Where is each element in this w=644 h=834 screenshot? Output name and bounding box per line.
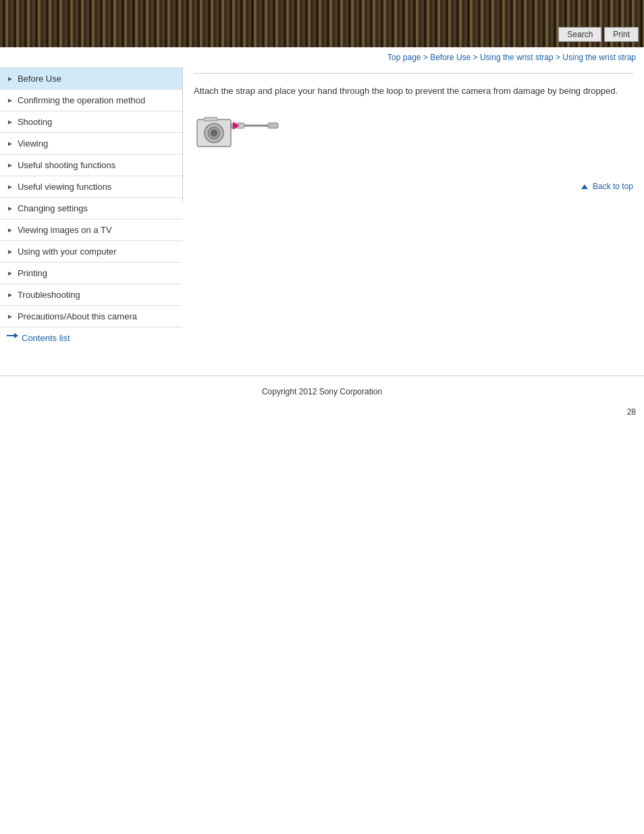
svg-rect-4 (204, 118, 217, 121)
arrow-icon-useful-shooting: ► (7, 161, 14, 169)
arrow-icon-before-use: ► (7, 75, 14, 82)
sidebar-label-precautions: Precautions/About this camera (18, 311, 176, 321)
breadcrumb-sep-1: > (423, 53, 430, 62)
sidebar-item-viewing-tv[interactable]: ► Viewing images on a TV (0, 219, 182, 241)
triangle-icon (581, 184, 588, 189)
sidebar-label-useful-shooting: Useful shooting functions (18, 160, 176, 170)
sidebar-label-confirming: Confirming the operation method (18, 95, 176, 105)
breadcrumb-using-wrist-strap[interactable]: Using the wrist strap (480, 53, 554, 62)
page-number: 28 (0, 402, 644, 422)
sidebar-label-changing-settings: Changing settings (18, 203, 176, 213)
sidebar-label-troubleshooting: Troubleshooting (18, 290, 176, 300)
contents-list-label: Contents list (22, 333, 70, 343)
svg-rect-9 (268, 123, 278, 128)
sidebar-label-before-use: Before Use (18, 74, 176, 84)
sidebar-item-useful-shooting[interactable]: ► Useful shooting functions (0, 155, 182, 176)
sidebar-item-viewing[interactable]: ► Viewing (0, 133, 182, 155)
content-description: Attach the strap and place your hand thr… (194, 84, 633, 99)
back-to-top-label: Back to top (593, 182, 633, 191)
sidebar-label-using-computer: Using with your computer (18, 246, 176, 257)
content-area: Attach the strap and place your hand thr… (182, 68, 644, 202)
arrow-icon-precautions: ► (7, 313, 14, 320)
arrow-icon-using-computer: ► (7, 248, 14, 255)
arrow-icon-printing: ► (7, 269, 14, 277)
sidebar-item-before-use[interactable]: ► Before Use (0, 68, 182, 90)
breadcrumb-sep-2: > (473, 53, 480, 62)
sidebar-item-using-computer[interactable]: ► Using with your computer (0, 241, 182, 263)
sidebar-item-useful-viewing[interactable]: ► Useful viewing functions (0, 176, 182, 198)
sidebar-label-shooting: Shooting (18, 117, 176, 127)
sidebar-label-viewing-tv: Viewing images on a TV (18, 225, 176, 235)
sidebar-label-printing: Printing (18, 268, 176, 278)
arrow-icon-confirming: ► (7, 97, 14, 104)
sidebar-item-precautions[interactable]: ► Precautions/About this camera (0, 306, 182, 328)
breadcrumb: Top page > Before Use > Using the wrist … (0, 47, 644, 68)
sidebar-item-confirming[interactable]: ► Confirming the operation method (0, 90, 182, 111)
arrow-icon-viewing-tv: ► (7, 226, 14, 234)
sidebar-label-useful-viewing: Useful viewing functions (18, 182, 176, 192)
sidebar: ► Before Use ► Confirming the operation … (0, 68, 182, 348)
sidebar-item-printing[interactable]: ► Printing (0, 263, 182, 284)
content-divider (194, 73, 633, 74)
strap-illustration (194, 109, 633, 176)
footer-divider (0, 375, 644, 376)
main-layout: ► Before Use ► Confirming the operation … (0, 68, 644, 348)
arrow-icon-useful-viewing: ► (7, 183, 14, 190)
sidebar-item-changing-settings[interactable]: ► Changing settings (0, 198, 182, 219)
sidebar-item-troubleshooting[interactable]: ► Troubleshooting (0, 284, 182, 306)
print-button[interactable]: Print (604, 27, 639, 42)
header-buttons: Search Print (558, 27, 639, 42)
breadcrumb-before-use[interactable]: Before Use (430, 53, 471, 62)
contents-list-link[interactable]: Contents list (0, 328, 182, 348)
sidebar-item-shooting[interactable]: ► Shooting (0, 111, 182, 133)
arrow-right-icon (7, 335, 18, 342)
back-to-top-link[interactable]: Back to top (581, 182, 633, 191)
svg-point-3 (211, 130, 217, 136)
breadcrumb-using-wrist-strap-current[interactable]: Using the wrist strap (562, 53, 636, 62)
footer-copyright: Copyright 2012 Sony Corporation (0, 382, 644, 402)
back-to-top[interactable]: Back to top (194, 182, 633, 191)
arrow-icon-viewing: ► (7, 140, 14, 147)
arrow-icon-changing-settings: ► (7, 205, 14, 212)
breadcrumb-top-page[interactable]: Top page (387, 53, 421, 62)
search-button[interactable]: Search (558, 27, 601, 42)
header-banner: Search Print (0, 0, 644, 47)
arrow-icon-troubleshooting: ► (7, 291, 14, 298)
sidebar-label-viewing: Viewing (18, 138, 176, 149)
breadcrumb-sep-3: > (556, 53, 562, 62)
arrow-icon-shooting: ► (7, 118, 14, 126)
